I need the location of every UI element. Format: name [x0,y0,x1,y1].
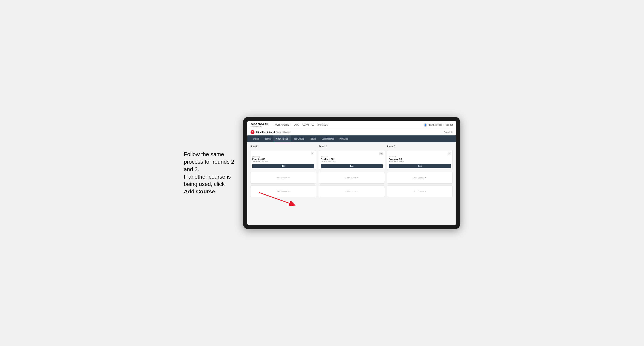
tab-printables-label: Printables [339,138,348,140]
hosting-badge: Hosting [282,131,291,133]
round-2-card-icon[interactable]: ⊡ [380,152,382,155]
clippd-logo: C [250,130,254,134]
round-3-column: Round 3 ⊡ (Course A) Peachtree GC Yellow… [387,145,453,197]
round-1-course-card: ⊡ (Course A) Peachtree GC Yellow (M) (66… [250,150,316,170]
round-2-add-course-label-1: Add Course + [345,176,358,179]
tab-tee-groups-label: Tee Groups [294,138,304,140]
sign-out-link[interactable]: Sign out [446,124,453,126]
round-3-course-card: ⊡ (Course A) Peachtree GC Yellow (M) (66… [387,150,453,170]
round-1-course-detail: Yellow (M) (6629 yds) [252,161,314,162]
tab-details[interactable]: Details [250,136,262,142]
round-2-course-card: ⊡ (Course A) Peachtree GC Yellow (M) (66… [319,150,384,170]
page-wrapper: Follow the same process for rounds 2 and… [184,117,460,229]
tab-leaderboards-label: Leaderboards [322,138,334,140]
round-1-add-course-label-2: Add Course + [277,190,290,193]
round-3-edit-button[interactable]: Edit [389,164,451,168]
round-3-card-header: ⊡ [389,152,451,155]
tab-details-label: Details [253,138,260,140]
round-2-label: Round 2 [319,145,384,148]
round-2-add-course-2: Add Course + [319,185,384,197]
round-3-label: Round 3 [387,145,453,148]
tournament-header: C Clippd Invitational (Men) Hosting Canc… [247,129,456,136]
rounds-grid: Round 1 ⊡ (Course A) Peachtree GC Yellow… [250,145,453,197]
tab-teams[interactable]: Teams [262,136,274,142]
round-3-add-course-2: Add Course + [387,185,453,197]
nav-teams[interactable]: TEAMS [292,124,299,126]
top-nav: SCOREBOARD Powered by clippd TOURNAMENTS… [247,121,456,129]
round-1-plus-icon-2: + [288,190,290,193]
round-1-add-course-2[interactable]: Add Course + [250,185,316,197]
cancel-button[interactable]: Cancel ✕ [444,131,453,134]
round-3-plus-icon-2: + [425,190,426,193]
round-3-add-course-label-1: Add Course + [414,176,426,179]
round-1-plus-icon-1: + [288,176,290,179]
tab-tee-groups[interactable]: Tee Groups [291,136,307,142]
round-1-column: Round 1 ⊡ (Course A) Peachtree GC Yellow… [250,145,316,197]
round-2-course-tag: (Course A) [320,156,382,158]
tournament-name: Clippd Invitational [256,131,275,133]
main-content: Round 1 ⊡ (Course A) Peachtree GC Yellow… [247,142,456,225]
round-3-course-name: Peachtree GC [389,158,451,160]
tab-printables[interactable]: Printables [336,136,351,142]
scoreboard-logo: SCOREBOARD [250,123,268,125]
round-2-plus-icon-1: + [356,176,358,179]
round-2-add-course-label-2: Add Course + [345,190,358,193]
nav-links: TOURNAMENTS TEAMS COMMITTEE RANKINGS [274,124,420,126]
instruction-text: Follow the same process for rounds 2 and… [184,151,234,194]
round-2-course-name: Peachtree GC [320,158,382,160]
tab-results-label: Results [310,138,316,140]
tab-leaderboards[interactable]: Leaderboards [319,136,336,142]
instruction-block: Follow the same process for rounds 2 and… [184,151,235,195]
round-1-label: Round 1 [250,145,316,148]
tab-course-setup[interactable]: Course Setup [274,136,291,142]
round-1-add-course-label-1: Add Course + [277,176,290,179]
tournament-badge: (Men) [276,131,281,133]
round-1-course-tag: (Course A) [252,156,314,158]
round-2-plus-icon-2: + [356,190,358,193]
tab-teams-label: Teams [265,138,271,140]
tablet-device: SCOREBOARD Powered by clippd TOURNAMENTS… [243,117,460,229]
nav-rankings[interactable]: RANKINGS [318,124,328,126]
cancel-x-icon: ✕ [451,131,453,134]
add-course-emphasis: Add Course. [184,188,216,194]
logo-sub: Powered by clippd [250,125,268,127]
round-3-course-tag: (Course A) [389,156,451,158]
round-2-edit-button[interactable]: Edit [320,164,382,168]
tablet-screen: SCOREBOARD Powered by clippd TOURNAMENTS… [247,121,456,225]
round-3-add-course-1[interactable]: Add Course + [387,172,453,183]
round-1-card-header: ⊡ [252,152,314,155]
round-1-card-icon[interactable]: ⊡ [311,152,314,155]
round-3-add-course-label-2: Add Course + [414,190,426,193]
nav-tournaments[interactable]: TOURNAMENTS [274,124,289,126]
round-1-edit-button[interactable]: Edit [252,164,314,168]
pipe-divider: | [444,124,444,126]
tab-results[interactable]: Results [307,136,319,142]
user-email: blair@clippd.io [429,124,442,126]
round-2-course-detail: Yellow (M) (6629 yds) [320,161,382,162]
tab-course-setup-label: Course Setup [276,138,288,140]
logo-area: SCOREBOARD Powered by clippd [250,123,268,127]
round-3-plus-icon-1: + [425,176,426,179]
round-2-add-course-1[interactable]: Add Course + [319,172,384,183]
round-3-card-icon[interactable]: ⊡ [448,152,451,155]
round-1-add-course-1[interactable]: Add Course + [250,172,316,183]
cancel-label: Cancel [444,131,450,133]
nav-right: 👤 blair@clippd.io | Sign out [424,123,453,127]
user-avatar: 👤 [424,123,427,127]
tabs-bar: Details Teams Course Setup Tee Groups Re… [247,136,456,142]
nav-committee[interactable]: COMMITTEE [302,124,314,126]
round-3-course-detail: Yellow (M) (6629 yds) [389,161,451,162]
round-2-column: Round 2 ⊡ (Course A) Peachtree GC Yellow… [319,145,384,197]
round-2-card-header: ⊡ [320,152,382,155]
round-1-course-name: Peachtree GC [252,158,314,160]
